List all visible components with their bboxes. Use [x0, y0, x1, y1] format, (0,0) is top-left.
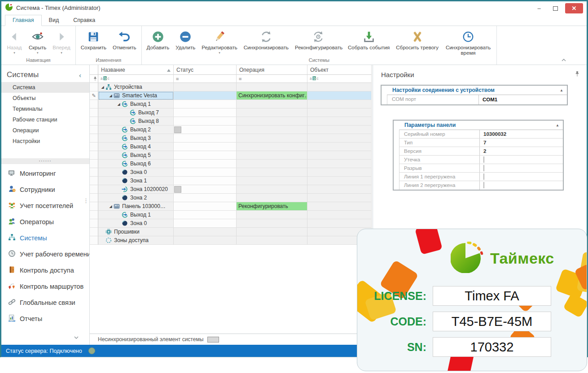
- tree-row[interactable]: Выход 7: [90, 108, 372, 117]
- add-button[interactable]: Добавить: [144, 29, 173, 51]
- reconfigure-button[interactable]: Реконфигурировать: [292, 29, 345, 51]
- tree-row[interactable]: ✎◢Smartec VestaСинхронизировать конфиг…: [90, 91, 372, 100]
- maximize-button[interactable]: [549, 4, 562, 13]
- tree-name-cell[interactable]: Выход 3: [98, 134, 174, 143]
- filter-cell-0[interactable]: abc: [98, 75, 174, 83]
- checkbox[interactable]: [483, 156, 484, 163]
- sync-button[interactable]: Синхронизировать: [241, 29, 292, 51]
- sidebar-splitter-handle[interactable]: ......: [1, 158, 89, 164]
- tree-row[interactable]: Зоны доступа: [90, 236, 372, 245]
- sidebar-overflow-chevron-icon[interactable]: [74, 333, 79, 341]
- column-header-2[interactable]: Операция: [237, 65, 307, 75]
- nav-item-reports[interactable]: Отчеты: [1, 311, 89, 327]
- property-value[interactable]: [479, 181, 563, 190]
- save-button[interactable]: Сохранить: [78, 29, 110, 51]
- tree-name-cell[interactable]: Выход 7: [98, 108, 174, 117]
- undo-button[interactable]: Отменить: [110, 29, 140, 51]
- nav-item-monitoring[interactable]: Мониторинг: [1, 165, 89, 182]
- tree-name-cell[interactable]: Зона 1: [98, 177, 174, 185]
- filter-pin-icon[interactable]: [90, 75, 98, 83]
- property-value[interactable]: COM1: [478, 95, 567, 104]
- edit-button[interactable]: Редактировать▾: [198, 29, 240, 55]
- property-value[interactable]: 10300032: [479, 130, 563, 138]
- expander-icon[interactable]: ◢: [108, 204, 113, 208]
- nav-item-worktime[interactable]: Учет рабочего времени: [1, 246, 89, 262]
- filter-cell-3[interactable]: abc: [307, 75, 372, 83]
- tree-name-cell[interactable]: Выход 2: [98, 126, 174, 134]
- tree-name-cell[interactable]: Выход 5: [98, 151, 174, 160]
- nav-item-systems[interactable]: Системы: [1, 230, 89, 246]
- expander-icon[interactable]: ◢: [116, 102, 121, 106]
- filter-cell-1[interactable]: =: [174, 75, 237, 83]
- tree-name-cell[interactable]: Прошивки: [98, 228, 174, 236]
- property-value[interactable]: [479, 173, 563, 181]
- tree-row[interactable]: ◢Устройства: [90, 83, 372, 91]
- sidebar-item-0[interactable]: Система: [1, 82, 89, 93]
- settings-group-header[interactable]: Параметры панели▲: [394, 121, 563, 130]
- reset-alarm-button[interactable]: Сбросить тревогу: [393, 29, 442, 51]
- property-value[interactable]: 2: [479, 147, 563, 155]
- settings-group-header[interactable]: Настройки соединения с устройством▲: [382, 86, 567, 95]
- sidebar-item-4[interactable]: Операции: [1, 125, 89, 136]
- checkbox[interactable]: [483, 165, 484, 171]
- tree-row[interactable]: Выход 4: [90, 143, 372, 151]
- expander-icon[interactable]: ◢: [108, 94, 113, 98]
- tree-row[interactable]: Выход 6: [90, 160, 372, 168]
- tree-row[interactable]: Зона 1: [90, 177, 372, 185]
- tree-name-cell[interactable]: Выход 4: [98, 143, 174, 151]
- ribbon-collapse-chevron-icon[interactable]: [562, 55, 566, 63]
- minimize-button[interactable]: –: [533, 4, 545, 13]
- column-header-3[interactable]: Объект: [307, 65, 372, 75]
- tree-row[interactable]: Зона 0: [90, 168, 372, 177]
- tree-row[interactable]: Выход 8: [90, 117, 372, 126]
- nav-item-routes[interactable]: Контроль маршрутов: [1, 278, 89, 295]
- sidebar-item-2[interactable]: Терминалы: [1, 104, 89, 114]
- expander-icon[interactable]: ◢: [100, 85, 105, 89]
- tree-name-cell[interactable]: ◢Выход 1: [98, 100, 174, 108]
- tree-name-cell[interactable]: Зона 10200020: [98, 185, 174, 194]
- nav-item-operators[interactable]: Операторы: [1, 214, 89, 230]
- property-value[interactable]: [479, 156, 563, 164]
- tree-row[interactable]: Выход 5: [90, 151, 372, 160]
- checkbox[interactable]: [483, 173, 484, 180]
- tree-name-cell[interactable]: ◢Smartec Vesta: [98, 91, 174, 100]
- tree-row[interactable]: Выход 3: [90, 134, 372, 143]
- tree-name-cell[interactable]: Зона 2: [98, 194, 174, 202]
- sidebar-item-5[interactable]: Настройки: [1, 136, 89, 147]
- sidebar-resize-handle[interactable]: ⋮: [83, 200, 89, 202]
- tree-name-cell[interactable]: Выход 6: [98, 160, 174, 168]
- tree-row[interactable]: Зона 10200020: [90, 185, 372, 194]
- tree-row[interactable]: Зона 0: [90, 219, 372, 228]
- eye-button[interactable]: Скрыть▾: [26, 29, 49, 55]
- tree-name-cell[interactable]: ◢Панель 103000…: [98, 202, 174, 211]
- sidebar-item-3[interactable]: Рабочие станции: [1, 114, 89, 125]
- filter-cell-2[interactable]: =: [237, 75, 307, 83]
- nav-item-access[interactable]: Контроль доступа: [1, 262, 89, 278]
- nav-item-visitors[interactable]: Учет посетителей: [1, 198, 89, 214]
- tree-name-cell[interactable]: Зона 0: [98, 219, 174, 228]
- tree-row[interactable]: Выход 2: [90, 126, 372, 134]
- tree-row[interactable]: Зона 2: [90, 194, 372, 202]
- close-button[interactable]: ✕: [565, 3, 583, 13]
- tab-help[interactable]: Справка: [66, 15, 102, 26]
- column-header-0[interactable]: Название: [98, 65, 174, 75]
- sidebar-item-1[interactable]: Объекты: [1, 93, 89, 104]
- checkbox[interactable]: [483, 182, 484, 188]
- remove-button[interactable]: Удалить: [172, 29, 198, 51]
- tree-name-cell[interactable]: ◢Устройства: [98, 83, 174, 91]
- nav-item-employees[interactable]: Сотрудники: [1, 182, 89, 198]
- back-button[interactable]: Назад▾: [3, 29, 26, 55]
- tab-home[interactable]: Главная: [5, 15, 42, 26]
- collect-events-button[interactable]: Собрать события: [345, 29, 393, 51]
- property-value[interactable]: [479, 164, 563, 172]
- tree-row[interactable]: ◢Выход 1: [90, 100, 372, 108]
- property-value[interactable]: 7: [479, 139, 563, 147]
- pin-icon[interactable]: [575, 71, 579, 78]
- tree-row[interactable]: Прошивки: [90, 228, 372, 236]
- sync-time-button[interactable]: Синхронизировать время: [442, 29, 495, 56]
- tree-row[interactable]: ◢Панель 103000…Реконфигурировать: [90, 202, 372, 211]
- tab-view[interactable]: Вид: [42, 15, 66, 26]
- tree-name-cell[interactable]: Зоны доступа: [98, 236, 174, 245]
- tree-name-cell[interactable]: Выход 1: [98, 211, 174, 219]
- column-header-1[interactable]: Статус: [174, 65, 237, 75]
